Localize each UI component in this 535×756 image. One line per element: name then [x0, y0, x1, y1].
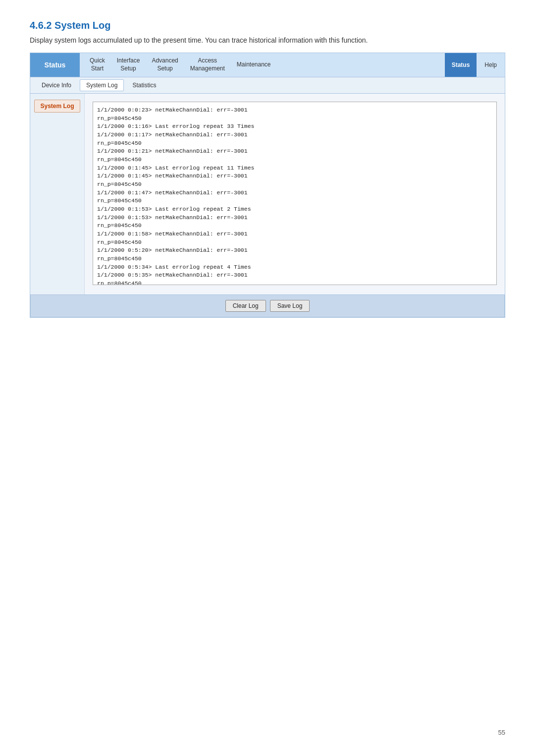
- page-title: 4.6.2 System Log: [30, 20, 505, 31]
- log-textarea[interactable]: [93, 102, 497, 285]
- page-heading: 4.6.2 System Log Display system logs acc…: [30, 20, 505, 46]
- tab-device-info[interactable]: Device Info: [35, 79, 78, 91]
- nav-link-advanced-setup[interactable]: Advanced Setup: [147, 55, 183, 74]
- content-wrapper: System Log Clear Log Save Log: [30, 94, 505, 318]
- nav-help-link[interactable]: Help: [477, 53, 505, 77]
- nav-status-box: Status: [30, 53, 80, 77]
- nav-link-quick-start[interactable]: Quick Start: [85, 55, 110, 74]
- nav-links: Quick Start Interface Setup Advanced Set…: [80, 53, 445, 77]
- footer-bar: Clear Log Save Log: [30, 294, 505, 317]
- save-log-button[interactable]: Save Log: [270, 300, 310, 312]
- nav-link-access-management[interactable]: Access Management: [185, 55, 230, 74]
- nav-link-interface-setup[interactable]: Interface Setup: [112, 55, 145, 74]
- tab-system-log[interactable]: System Log: [80, 79, 124, 91]
- page-number: 55: [498, 729, 505, 736]
- nav-link-maintenance[interactable]: Maintenance: [232, 59, 276, 71]
- clear-log-button[interactable]: Clear Log: [225, 300, 266, 312]
- sub-tabs-bar: Device Info System Log Statistics: [30, 77, 505, 94]
- content-body: System Log: [30, 94, 505, 294]
- sidebar: System Log: [30, 94, 85, 294]
- page-description: Display system logs accumulated up to th…: [30, 35, 505, 46]
- tab-statistics[interactable]: Statistics: [126, 79, 162, 91]
- nav-status-button[interactable]: Status: [445, 53, 477, 77]
- sidebar-item-system-log[interactable]: System Log: [34, 100, 80, 113]
- log-main: [85, 94, 505, 294]
- navbar: Status Quick Start Interface Setup Advan…: [30, 53, 505, 77]
